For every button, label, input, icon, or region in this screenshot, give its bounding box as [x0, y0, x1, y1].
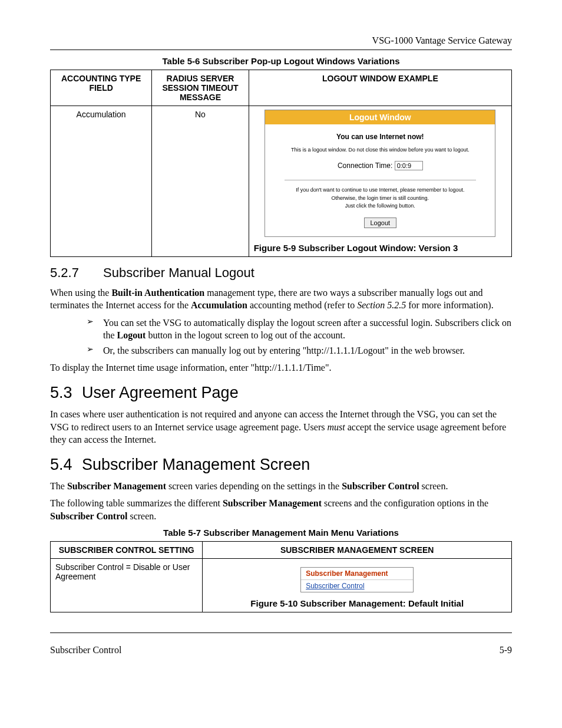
text: When using the: [50, 288, 111, 298]
connection-time-input[interactable]: [395, 161, 423, 170]
logout-sub-text: This is a logout window. Do not close th…: [267, 147, 492, 153]
heading-number: 5.4: [50, 456, 82, 474]
paragraph: To display the Internet time usage infor…: [50, 361, 512, 374]
subscriber-management-header: Subscriber Management: [301, 568, 413, 580]
paragraph: When using the Built-in Authentication m…: [50, 286, 512, 312]
table-cell: Subscriber Control = Disable or User Agr…: [51, 558, 203, 612]
table-cell: No: [152, 106, 249, 257]
text-bold: Logout: [117, 330, 146, 340]
text: The: [50, 481, 67, 491]
heading-title: Subscriber Management Screen: [82, 456, 310, 473]
text-bold: Built-in Authentication: [111, 288, 204, 298]
table-header: RADIUS SERVER SESSION TIMEOUT MESSAGE: [152, 70, 249, 106]
text: screens and the configuration options in…: [322, 498, 488, 508]
list-item: You can set the VSG to automatically dis…: [103, 317, 512, 342]
subscriber-control-link-row: Subscriber Control: [301, 580, 413, 592]
heading-title: User Agreement Page: [82, 384, 239, 401]
text: screen.: [127, 511, 156, 521]
table-cell: Subscriber Management Subscriber Control…: [203, 558, 512, 612]
footer-rule: [50, 633, 512, 633]
heading-5-2-7: 5.2.7Subscriber Manual Logout: [50, 265, 512, 281]
table-header: SUBSCRIBER CONTROL SETTING: [51, 541, 203, 558]
text: screen.: [419, 481, 448, 491]
text: accounting method (refer to: [247, 300, 357, 310]
text-italic: Section 5.2.5: [357, 300, 406, 310]
heading-5-4: 5.4Subscriber Management Screen: [50, 456, 512, 474]
paragraph: The Subscriber Management screen varies …: [50, 480, 512, 493]
heading-number: 5.2.7: [50, 265, 103, 281]
text: button in the logout screen to log out o…: [146, 330, 345, 340]
text-bold: Accumulation: [191, 300, 247, 310]
logout-note: If you don't want to continue to use Int…: [267, 186, 492, 210]
text: for more information).: [406, 300, 493, 310]
logout-note-line: If you don't want to continue to use Int…: [296, 187, 464, 193]
table-header: ACCOUNTING TYPE FIELD: [51, 70, 152, 106]
table-5-6-caption: Table 5-6 Subscriber Pop-up Logout Windo…: [50, 56, 512, 66]
text: screen varies depending on the settings …: [166, 481, 342, 491]
logout-note-line: Otherwise, the login timer is still coun…: [332, 195, 429, 201]
subscriber-control-link[interactable]: Subscriber Control: [306, 582, 364, 590]
heading-number: 5.3: [50, 384, 82, 402]
table-5-6: ACCOUNTING TYPE FIELD RADIUS SERVER SESS…: [50, 70, 512, 257]
connection-time-label: Connection Time:: [338, 162, 392, 170]
text-italic: must: [327, 422, 345, 432]
text-bold: Subscriber Control: [342, 481, 419, 491]
figure-5-9-caption: Figure 5-9 Subscriber Logout Window: Ver…: [254, 243, 507, 253]
footer-left: Subscriber Control: [50, 645, 121, 655]
logout-button[interactable]: Logout: [364, 218, 397, 228]
table-row: Subscriber Control = Disable or User Agr…: [51, 558, 512, 612]
connection-time-field: Connection Time:: [267, 161, 492, 170]
bullet-list: You can set the VSG to automatically dis…: [50, 317, 512, 357]
text-bold: Subscriber Management: [223, 498, 322, 508]
subscriber-management-panel: Subscriber Management Subscriber Control: [300, 567, 414, 592]
figure-5-10-caption: Figure 5-10 Subscriber Management: Defau…: [207, 598, 507, 608]
logout-window: Logout Window You can use Internet now! …: [265, 110, 495, 237]
logout-window-body: You can use Internet now! This is a logo…: [265, 124, 495, 236]
heading-5-3: 5.3User Agreement Page: [50, 384, 512, 402]
text: The following table summarizes the diffe…: [50, 498, 223, 508]
logout-main-text: You can use Internet now!: [267, 133, 492, 141]
footer-right: 5-9: [500, 645, 512, 655]
text-bold: Subscriber Control: [50, 511, 127, 521]
table-row: Accumulation No Logout Window You can us…: [51, 106, 512, 257]
heading-title: Subscriber Manual Logout: [103, 265, 254, 280]
table-cell: Accumulation: [51, 106, 152, 257]
logout-window-title: Logout Window: [265, 110, 495, 124]
page-footer: Subscriber Control 5-9: [50, 645, 512, 655]
header-rule: [50, 50, 512, 50]
table-header: LOGOUT WINDOW EXAMPLE: [249, 70, 511, 106]
table-row: ACCOUNTING TYPE FIELD RADIUS SERVER SESS…: [51, 70, 512, 106]
paragraph: The following table summarizes the diffe…: [50, 497, 512, 522]
paragraph: In cases where user authentication is no…: [50, 408, 512, 446]
list-item: Or, the subscribers can manually log out…: [103, 344, 512, 357]
logout-divider: [285, 180, 476, 180]
table-5-7: SUBSCRIBER CONTROL SETTING SUBSCRIBER MA…: [50, 541, 512, 612]
table-5-7-caption: Table 5-7 Subscriber Management Main Men…: [50, 528, 512, 538]
table-row: SUBSCRIBER CONTROL SETTING SUBSCRIBER MA…: [51, 541, 512, 558]
table-cell: Logout Window You can use Internet now! …: [249, 106, 511, 257]
logout-note-line: Just click the following button.: [345, 203, 415, 209]
table-header: SUBSCRIBER MANAGEMENT SCREEN: [203, 541, 512, 558]
running-header: VSG-1000 Vantage Service Gateway: [50, 35, 512, 46]
text-bold: Subscriber Management: [67, 481, 166, 491]
